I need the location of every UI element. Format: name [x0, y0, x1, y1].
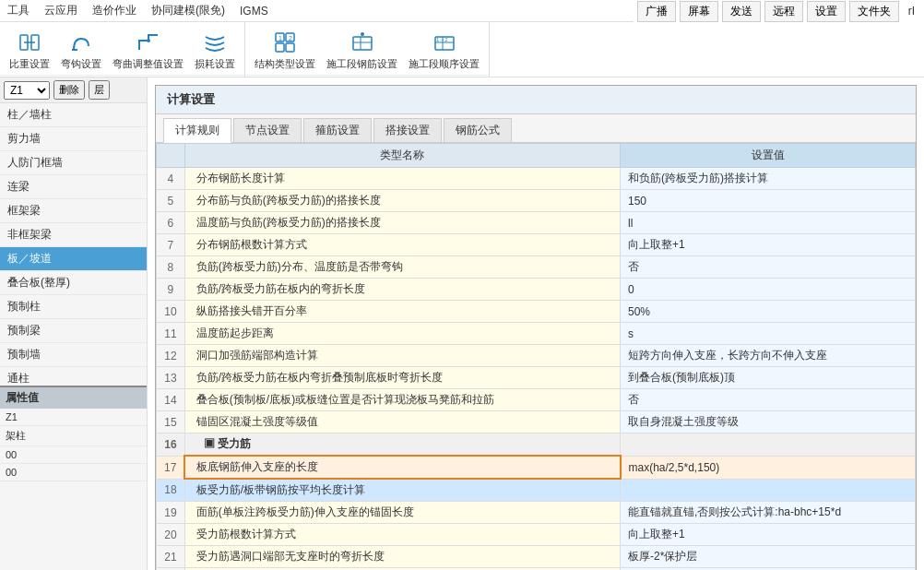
- main-container: Z1 删除 层 柱／墙柱 剪力墙 人防门框墙 连梁 框架梁 非框架梁 板／坡道 …: [0, 77, 924, 570]
- col-header-num: [157, 144, 185, 168]
- menu-igms[interactable]: IGMS: [232, 3, 276, 19]
- send-btn[interactable]: 发送: [722, 1, 761, 22]
- cell-value[interactable]: 向上取整+1: [621, 234, 916, 256]
- cell-value[interactable]: max(ha/2,5*d,150): [621, 456, 916, 479]
- main-content: 计算设置 计算规则 节点设置 箍筋设置 搭接设置 钢筋公式 类型名称: [148, 77, 924, 570]
- remote-btn[interactable]: 远程: [764, 1, 803, 22]
- layer-btn[interactable]: 层: [89, 80, 110, 100]
- cell-value[interactable]: 和负筋(跨板受力筋)搭接计算: [621, 168, 916, 190]
- sidebar-item-slab[interactable]: 板／坡道: [0, 247, 147, 271]
- cell-value[interactable]: 50%: [621, 301, 916, 323]
- toolbar-stage-steel[interactable]: 施工段钢筋设置: [321, 26, 403, 75]
- cell-value[interactable]: s: [621, 323, 916, 345]
- toolbar-proportional-weight[interactable]: 比重设置: [4, 26, 55, 75]
- z1-dropdown[interactable]: Z1: [4, 81, 50, 100]
- sidebar-item-prefab-beam[interactable]: 预制梁: [0, 319, 147, 343]
- toolbar-stage-order[interactable]: 1→2 施工段顺序设置: [403, 26, 485, 75]
- toolbar-struct-type-label: 结构类型设置: [255, 57, 315, 71]
- cell-num: 19: [157, 502, 185, 524]
- prop-item-col: 架柱: [0, 426, 147, 446]
- cell-value[interactable]: 否: [621, 256, 916, 279]
- dialog-tabs: 计算规则 节点设置 箍筋设置 搭接设置 钢筋公式: [156, 114, 916, 143]
- table-row: 14叠合板(预制板/底板)或板缝位置是否计算现浇板马凳筋和拉筋否: [157, 389, 916, 411]
- toolbar-struct-type[interactable]: 12 结构类型设置: [249, 26, 321, 75]
- cell-num: 13: [157, 367, 185, 389]
- menu-cost[interactable]: 造价作业: [85, 1, 144, 20]
- toolbar-hook[interactable]: 弯钩设置: [55, 26, 107, 75]
- table-row: 20受力筋根数计算方式向上取整+1: [157, 524, 916, 546]
- tab-stirrup-settings[interactable]: 箍筋设置: [303, 118, 372, 142]
- broadcast-btn[interactable]: 广播: [637, 1, 676, 22]
- toolbar-bend-adjust-label: 弯曲调整值设置: [113, 57, 184, 71]
- sidebar-item-column[interactable]: 柱／墙柱: [0, 103, 147, 127]
- cell-value[interactable]: 能直锚就直锚,否则按公式计算:ha-bhc+15*d: [621, 502, 916, 524]
- main-toolbar: 比重设置 弯钩设置 弯曲调整值设置: [0, 22, 924, 77]
- cell-typename: 温度筋起步距离: [184, 323, 620, 345]
- tab-node-settings[interactable]: 节点设置: [233, 118, 302, 142]
- toolbar-loss[interactable]: 损耗设置: [189, 26, 241, 75]
- cell-num: 20: [157, 524, 185, 546]
- loss-icon: [202, 30, 228, 55]
- cell-value[interactable]: [621, 479, 916, 502]
- toolbar-stage-steel-label: 施工段钢筋设置: [326, 57, 397, 71]
- toolbar-bend-adjust[interactable]: 弯曲调整值设置: [107, 26, 189, 75]
- cell-value[interactable]: [621, 433, 916, 457]
- table-row: 9负筋/跨板受力筋在板内的弯折长度0: [157, 279, 916, 301]
- sidebar-item-lianl[interactable]: 连梁: [0, 175, 147, 199]
- nav-list: 柱／墙柱 剪力墙 人防门框墙 连梁 框架梁 非框架梁 板／坡道 叠合板(整厚) …: [0, 103, 147, 386]
- stage-steel-icon: [349, 30, 375, 55]
- sidebar-item-thru-col[interactable]: 通柱: [0, 367, 147, 386]
- tab-calc-rules[interactable]: 计算规则: [163, 118, 231, 143]
- cell-num: 9: [157, 279, 185, 301]
- table-row: 7分布钢筋根数计算方式向上取整+1: [157, 234, 916, 256]
- sidebar-item-composite[interactable]: 叠合板(整厚): [0, 271, 147, 295]
- settings-table: 类型名称 设置值 4分布钢筋长度计算和负筋(跨板受力筋)搭接计算5分布筋与负筋(…: [156, 143, 916, 570]
- prop-item-z1: Z1: [0, 409, 147, 426]
- tab-rebar-formula[interactable]: 钢筋公式: [444, 118, 512, 142]
- cell-value[interactable]: 0: [621, 279, 916, 301]
- cell-num: 14: [157, 389, 185, 411]
- table-row: 8负筋(跨板受力筋)分布、温度筋是否带弯钩否: [157, 256, 916, 279]
- sidebar-item-shearwall[interactable]: 剪力墙: [0, 127, 147, 151]
- col-header-value: 设置值: [621, 144, 916, 168]
- cell-num: 11: [157, 323, 185, 345]
- cell-num: 16: [157, 433, 185, 457]
- table-row: 19面筋(单板注跨板受力筋)伸入支座的锚固长度能直锚就直锚,否则按公式计算:ha…: [157, 502, 916, 524]
- properties-header: 属性值: [0, 387, 147, 409]
- hook-icon: [68, 30, 94, 55]
- sidebar-item-prefab-wall[interactable]: 预制墙: [0, 343, 147, 367]
- properties-panel: 属性值 Z1 架柱 00 00: [0, 386, 147, 570]
- sidebar-item-nonframel[interactable]: 非框架梁: [0, 223, 147, 247]
- table-row: 11温度筋起步距离s: [157, 323, 916, 345]
- cell-value[interactable]: 150: [621, 190, 916, 212]
- screen-btn[interactable]: 屏幕: [680, 1, 718, 22]
- delete-btn[interactable]: 删除: [53, 80, 85, 100]
- left-panel: Z1 删除 层 柱／墙柱 剪力墙 人防门框墙 连梁 框架梁 非框架梁 板／坡道 …: [0, 77, 148, 570]
- cell-value[interactable]: 否: [621, 389, 916, 411]
- cell-value[interactable]: 到叠合板(预制底板)顶: [621, 367, 916, 389]
- cell-typename: 面筋(单板注跨板受力筋)伸入支座的锚固长度: [184, 502, 620, 524]
- menu-collab[interactable]: 协同建模(限免): [144, 1, 232, 20]
- cell-typename: 温度筋与负筋(跨板受力筋)的搭接长度: [184, 212, 620, 234]
- table-row: 12洞口加强筋端部构造计算短跨方向伸入支座，长跨方向不伸入支座: [157, 345, 916, 367]
- cell-value[interactable]: 向上取整+1: [621, 524, 916, 546]
- cell-typename: 分布钢筋长度计算: [184, 168, 620, 190]
- cell-value[interactable]: 短跨方向伸入支座，长跨方向不伸入支座: [621, 345, 916, 367]
- table-row: 21受力筋遇洞口端部无支座时的弯折长度板厚-2*保护层: [157, 546, 916, 568]
- menu-tool[interactable]: 工具: [0, 1, 37, 20]
- svg-text:2: 2: [289, 35, 292, 42]
- sidebar-item-airdefense[interactable]: 人防门框墙: [0, 151, 147, 175]
- cell-value[interactable]: 取自身混凝土强度等级: [621, 411, 916, 433]
- toolbar-stage-order-label: 施工段顺序设置: [409, 57, 480, 71]
- cell-num: 10: [157, 301, 185, 323]
- sidebar-item-framel[interactable]: 框架梁: [0, 199, 147, 223]
- sidebar-item-prefab-col[interactable]: 预制柱: [0, 295, 147, 319]
- cell-num: 4: [157, 168, 185, 190]
- settings-btn[interactable]: 设置: [807, 1, 846, 22]
- cell-value[interactable]: ll: [621, 212, 916, 234]
- right-toolbar: 广播 屏幕 发送 远程 设置 文件夹 rI: [634, 0, 924, 22]
- tab-splice-settings[interactable]: 搭接设置: [373, 118, 442, 142]
- cell-value[interactable]: 板厚-2*保护层: [621, 546, 916, 568]
- menu-cloud[interactable]: 云应用: [37, 1, 85, 20]
- folder-btn[interactable]: 文件夹: [849, 1, 899, 22]
